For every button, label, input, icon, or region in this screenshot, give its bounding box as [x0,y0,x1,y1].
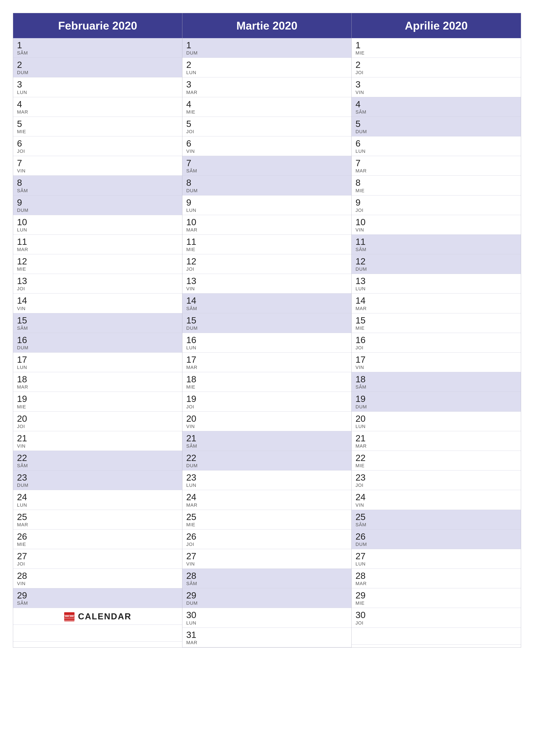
day-number: 3 [17,80,178,90]
day-name: SÂM [186,168,347,174]
month-headers: Februarie 2020 Martie 2020 Aprilie 2020 [13,13,521,38]
day-number: 24 [355,492,517,502]
day-cell: 2DUM [13,58,182,77]
day-name: MAR [17,522,178,527]
day-number: 11 [17,237,178,247]
day-name: SÂM [17,325,178,331]
day-cell: 26DUM [352,529,521,549]
day-name: MIE [17,129,178,134]
day-number: 24 [17,492,178,502]
day-number: 27 [355,551,517,561]
day-cell: 9DUM [13,196,182,215]
day-cell: 16JOI [352,333,521,353]
day-name: LUN [186,345,347,351]
calendar-logo-icon [64,610,75,623]
day-name: MAR [355,168,517,174]
day-number: 18 [355,374,517,384]
day-name: MIE [355,188,517,194]
day-name: MIE [17,542,178,547]
day-name: JOI [355,620,517,626]
day-number: 29 [355,590,517,600]
day-name: DUM [17,207,178,213]
day-name: JOI [17,561,178,567]
day-name: SÂM [355,109,517,115]
day-number: 17 [17,355,178,364]
day-cell: 1MIE [352,38,521,58]
day-number: 7 [17,158,178,168]
day-number: 9 [186,198,347,207]
day-name: MIE [17,404,178,410]
day-cell: 17VIN [352,353,521,372]
day-number: 28 [17,571,178,581]
day-name: DUM [186,50,347,56]
day-number: 18 [186,374,347,384]
day-name: JOI [186,266,347,272]
day-number: 23 [186,472,347,482]
day-cell: 27JOI [13,549,182,569]
day-name: DUM [355,266,517,272]
day-name: LUN [186,70,347,75]
day-name: MIE [186,384,347,390]
day-name: VIN [17,168,178,174]
day-number: 2 [17,60,178,70]
day-name: DUM [17,70,178,75]
day-name: VIN [186,424,347,429]
day-cell: 30LUN [182,608,351,628]
day-number: 13 [17,276,178,286]
day-number: 20 [186,414,347,424]
day-name: MIE [186,247,347,252]
logo-cell: CALENDAR [13,608,182,625]
day-number: 24 [186,492,347,502]
day-cell: 26JOI [182,529,351,549]
day-name: MAR [355,306,517,311]
day-cell: 1DUM [182,38,351,58]
day-name: LUN [186,207,347,213]
day-number: 22 [186,453,347,463]
day-cell: 4MAR [13,97,182,117]
day-cell: 11MAR [13,235,182,254]
day-cell: 15MIE [352,313,521,333]
day-cell: 25MIE [182,510,351,529]
day-cell: 31MAR [182,628,351,647]
day-cell: 22SÂM [13,451,182,471]
day-cell: 29MIE [352,588,521,608]
day-cell: 21VIN [13,431,182,451]
day-number: 25 [17,512,178,522]
day-name: DUM [17,482,178,488]
day-name: LUN [186,620,347,626]
day-cell: 11MIE [182,235,351,254]
day-name: MIE [17,266,178,272]
day-number: 9 [355,198,517,207]
calendar-table: Februarie 2020 Martie 2020 Aprilie 2020 … [13,13,521,648]
calendar-logo-text: CALENDAR [78,611,131,621]
day-number: 1 [17,40,178,50]
day-cell: 1SÂM [13,38,182,58]
empty-cell [13,625,182,641]
day-name: JOI [17,286,178,292]
day-cell: 29DUM [182,588,351,608]
day-number: 18 [17,374,178,384]
day-number: 6 [17,139,178,148]
day-name: MAR [186,364,347,370]
day-number: 22 [17,453,178,463]
day-cell: 20JOI [13,412,182,431]
empty-cell [352,628,521,645]
day-number: 16 [355,335,517,345]
day-name: LUN [17,227,178,233]
day-cell: 18MIE [182,372,351,392]
day-name: DUM [355,404,517,410]
day-cell: 28SÂM [182,569,351,588]
day-cell: 12JOI [182,254,351,274]
day-cell: 18SÂM [352,372,521,392]
day-name: MIE [355,600,517,606]
day-cell: 25MAR [13,510,182,529]
day-cell: 23LUN [182,471,351,490]
day-number: 13 [186,276,347,286]
day-number: 1 [355,40,517,50]
day-name: MIE [355,50,517,56]
day-cell: 8DUM [182,176,351,195]
day-name: LUN [355,286,517,292]
day-name: LUN [17,502,178,508]
day-cell: 26MIE [13,529,182,549]
day-cell: 27LUN [352,549,521,569]
